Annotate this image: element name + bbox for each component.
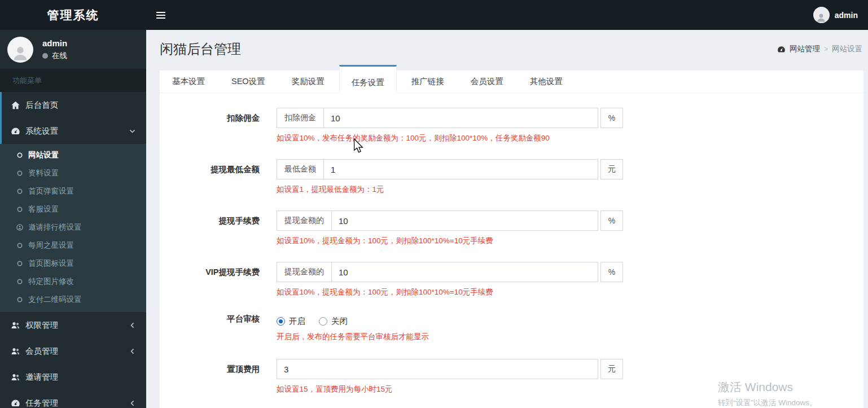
settings-panel: 基本设置SEO设置奖励设置任务设置推广链接会员设置其他设置 扣除佣金扣除佣金10… — [160, 71, 863, 408]
tab-0[interactable]: 基本设置 — [160, 71, 217, 93]
circle-icon — [16, 260, 24, 267]
chevron-down-icon — [129, 128, 136, 135]
form-row-0: 扣除佣金扣除佣金10%如设置10%，发布任务的奖励金额为：100元，则扣除100… — [160, 108, 863, 143]
navbar-user-menu[interactable]: admin — [803, 0, 868, 30]
radio-group: 开启关闭 — [277, 315, 429, 327]
submenu-item-5[interactable]: 每周之星设置 — [0, 236, 146, 255]
field-hint: 如设置10%，发布任务的奖励金额为：100元，则扣除100*10%，任务奖励金额… — [277, 133, 623, 143]
submenu-item-7[interactable]: 特定图片修改 — [0, 273, 146, 291]
field-hint: 如设置1，提现最低金额为：1元 — [277, 185, 623, 195]
tab-2[interactable]: 奖励设置 — [280, 71, 336, 93]
field-label: 扣除佣金 — [160, 108, 277, 143]
home-icon — [11, 100, 20, 110]
submenu-item-1[interactable]: 资料设置 — [0, 164, 146, 182]
sidebar-menu-header: 功能菜单 — [0, 69, 146, 92]
sidebar-item-5[interactable]: 任务管理 — [0, 390, 146, 408]
sidebar-item-1[interactable]: 系统设置 — [0, 118, 146, 144]
input-prefix: 提现金额的 — [277, 262, 332, 282]
field-label: VIP提现手续费 — [160, 262, 277, 297]
chevron-left-icon — [129, 348, 136, 355]
radio-label: 关闭 — [331, 316, 348, 327]
submenu-item-3[interactable]: 客服设置 — [0, 200, 146, 218]
main-content: 闲猫后台管理 网站管理 > 网站设置 基本设置SEO设置奖励设置任务设置推广链接… — [146, 30, 868, 408]
radio-option-1[interactable]: 关闭 — [319, 316, 348, 327]
circle-icon — [16, 169, 24, 177]
submenu-item-label: 邀请排行榜设置 — [28, 222, 82, 232]
top-navbar: 管理系统 admin — [0, 0, 868, 30]
users-icon — [11, 372, 20, 382]
input-field[interactable]: 3 — [277, 359, 598, 379]
submenu-item-label: 特定图片修改 — [28, 277, 74, 287]
radio-button[interactable] — [277, 317, 285, 326]
submenu-item-label: 资料设置 — [28, 168, 59, 178]
sidebar-username: admin — [42, 38, 67, 48]
sidebar-item-label: 任务管理 — [25, 398, 58, 408]
input-field[interactable]: 最低金额1 — [277, 159, 598, 179]
submenu-item-8[interactable]: 支付二维码设置 — [0, 291, 146, 309]
users-icon — [11, 321, 20, 330]
input-unit: % — [600, 210, 623, 231]
radio-button[interactable] — [319, 317, 327, 326]
chevron-left-icon — [129, 400, 136, 407]
radio-option-0[interactable]: 开启 — [277, 316, 305, 327]
submenu-item-6[interactable]: 首页图标设置 — [0, 255, 146, 273]
input-value[interactable]: 10 — [332, 211, 598, 230]
input-value[interactable]: 10 — [332, 262, 598, 282]
status-dot-icon — [42, 53, 48, 59]
hamburger-icon — [156, 12, 165, 13]
form-row-5: 置顶费用3元如设置15，置顶费用为每小时15元 — [160, 359, 863, 394]
form-row-4: 平台审核开启关闭开启后，发布的任务需要平台审核后才能显示 — [160, 313, 863, 342]
circle-icon — [16, 151, 24, 159]
tab-content: 扣除佣金扣除佣金10%如设置10%，发布任务的奖励金额为：100元，则扣除100… — [160, 93, 863, 408]
input-unit: 元 — [600, 359, 623, 379]
input-unit: 元 — [600, 159, 623, 179]
settings-form: 扣除佣金扣除佣金10%如设置10%，发布任务的奖励金额为：100元，则扣除100… — [160, 108, 863, 408]
user-avatar-icon — [813, 7, 830, 23]
tab-1[interactable]: SEO设置 — [220, 71, 277, 93]
tab-3[interactable]: 任务设置 — [339, 65, 397, 93]
input-field[interactable]: 提现金额的10 — [277, 210, 598, 231]
sidebar-item-label: 后台首页 — [25, 100, 58, 111]
breadcrumb-current: 网站设置 — [832, 44, 862, 54]
tab-4[interactable]: 推广链接 — [400, 71, 456, 93]
circle-icon — [16, 187, 24, 195]
input-unit: % — [600, 108, 623, 128]
content-header: 闲猫后台管理 网站管理 > 网站设置 — [146, 30, 868, 65]
submenu-item-2[interactable]: 首页弹窗设置 — [0, 182, 146, 200]
chevron-left-icon — [129, 322, 136, 329]
sidebar-item-label: 邀请管理 — [25, 372, 58, 383]
breadcrumb: 网站管理 > 网站设置 — [777, 44, 862, 54]
sidebar-user-panel: admin 在线 — [0, 30, 146, 69]
input-field[interactable]: 提现金额的10 — [277, 262, 598, 282]
input-value[interactable]: 3 — [277, 359, 598, 379]
sidebar-toggle-button[interactable] — [148, 0, 173, 30]
app-logo[interactable]: 管理系统 — [0, 0, 146, 30]
submenu-item-label: 支付二维码设置 — [28, 295, 82, 305]
sidebar-menu: 后台首页系统设置网站设置资料设置首页弹窗设置客服设置邀请排行榜设置每周之星设置首… — [0, 92, 146, 408]
field-label: 平台审核 — [160, 313, 277, 342]
tab-6[interactable]: 其他设置 — [518, 71, 575, 93]
sidebar-item-0[interactable]: 后台首页 — [0, 92, 146, 118]
sidebar-item-3[interactable]: 会员管理 — [0, 338, 146, 364]
field-hint: 如设置10%，提现金额为：100元，则扣除100*10%=10元手续费 — [277, 287, 623, 297]
sidebar-item-label: 系统设置 — [25, 126, 58, 137]
sidebar-item-2[interactable]: 权限管理 — [0, 312, 146, 338]
settings-tabs: 基本设置SEO设置奖励设置任务设置推广链接会员设置其他设置 — [160, 71, 863, 93]
input-value[interactable]: 1 — [324, 160, 598, 179]
input-field[interactable]: 扣除佣金10 — [277, 108, 598, 128]
field-label: 提现手续费 — [160, 210, 277, 246]
input-prefix: 提现金额的 — [277, 211, 332, 230]
sidebar-item-4[interactable]: 邀请管理 — [0, 364, 146, 390]
submenu-item-4[interactable]: 邀请排行榜设置 — [0, 218, 146, 236]
sidebar-user-status: 在线 — [52, 51, 67, 61]
input-value[interactable]: 10 — [324, 108, 598, 128]
submenu-item-0[interactable]: 网站设置 — [0, 146, 146, 164]
sidebar-item-label: 权限管理 — [25, 320, 58, 331]
circle-icon — [16, 296, 24, 304]
field-label: 提现最低金额 — [160, 159, 277, 195]
sidebar: admin 在线 功能菜单 后台首页系统设置网站设置资料设置首页弹窗设置客服设置… — [0, 30, 146, 408]
tab-5[interactable]: 会员设置 — [459, 71, 515, 93]
input-prefix: 最低金额 — [277, 160, 324, 179]
breadcrumb-parent[interactable]: 网站管理 — [790, 44, 820, 54]
submenu-item-label: 每周之星设置 — [28, 240, 74, 251]
